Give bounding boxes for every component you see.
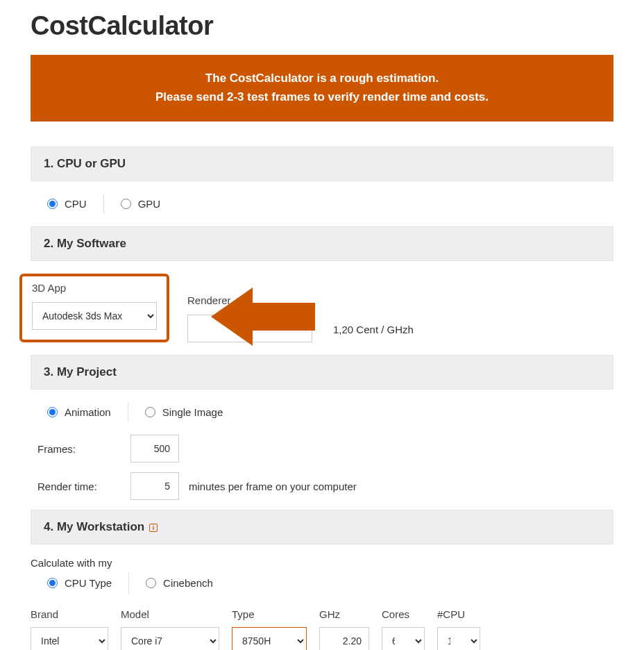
radio-cinebench-input[interactable] (146, 578, 156, 588)
radio-gpu[interactable]: GPU (121, 194, 161, 214)
ghz-label: GHz (319, 608, 369, 620)
section-3-header: 3. My Project (31, 355, 613, 390)
radio-gpu-input[interactable] (121, 199, 131, 209)
model-group: Model Core i7 (121, 608, 219, 650)
alert-line-2: Please send 2-3 test frames to verify re… (44, 88, 600, 106)
frames-input[interactable] (130, 435, 179, 462)
type-label: Type (232, 608, 307, 620)
radio-single[interactable]: Single Image (145, 402, 223, 422)
project-type-row: Animation Single Image (31, 402, 613, 435)
section-4-title: 4. My Workstation (44, 520, 144, 533)
radio-single-label: Single Image (162, 406, 223, 418)
section-2-header: 2. My Software (31, 226, 613, 261)
app-select[interactable]: Autodesk 3ds Max (32, 302, 157, 330)
ghz-input[interactable] (319, 627, 369, 650)
radio-cputype[interactable]: CPU Type (47, 573, 112, 593)
alert-banner: The CostCalculator is a rough estimation… (31, 55, 613, 122)
type-select[interactable]: 8750H (232, 627, 307, 650)
model-select[interactable]: Core i7 (121, 627, 219, 650)
section-4-header: 4. My Workstation i (31, 510, 613, 544)
radio-animation-label: Animation (65, 406, 111, 418)
app-highlight-box: 3D App Autodesk 3ds Max (19, 274, 169, 342)
model-label: Model (121, 608, 219, 620)
page-title: CostCalculator (31, 11, 613, 41)
brand-select[interactable]: Intel (31, 627, 108, 650)
workstation-row: Brand Intel Model Core i7 Type 8750H GHz… (31, 606, 613, 650)
radio-cpu[interactable]: CPU (47, 194, 87, 214)
cpu-gpu-row: CPU GPU (31, 194, 613, 226)
rendertime-row: Render time: minutes per frame on your c… (31, 472, 613, 510)
alert-line-1: The CostCalculator is a rough estimation… (44, 69, 600, 88)
ncpu-group: #CPU 1 (437, 608, 480, 650)
rendertime-suffix: minutes per frame on your computer (189, 481, 357, 492)
info-icon[interactable]: i (149, 524, 158, 532)
renderer-group: Renderer (187, 294, 312, 342)
section-1-header: 1. CPU or GPU (31, 147, 613, 181)
cores-label: Cores (382, 608, 425, 620)
ghz-group: GHz (319, 608, 369, 650)
frames-label: Frames: (37, 443, 121, 455)
software-row: 3D App Autodesk 3ds Max Renderer 1,20 Ce… (31, 274, 613, 355)
frames-row: Frames: (31, 435, 613, 472)
app-label: 3D App (32, 282, 157, 294)
divider (128, 402, 128, 422)
type-group: Type 8750H (232, 608, 307, 650)
radio-cinebench[interactable]: Cinebench (146, 573, 213, 593)
cores-select[interactable]: 6 (382, 627, 425, 650)
radio-gpu-label: GPU (138, 198, 161, 210)
divider (128, 573, 129, 593)
calc-method-row: CPU Type Cinebench (31, 573, 613, 606)
renderer-label: Renderer (187, 294, 312, 306)
calc-with-label: Calculate with my (31, 557, 613, 573)
radio-cpu-input[interactable] (47, 199, 58, 209)
rendertime-input[interactable] (130, 472, 179, 500)
radio-cputype-input[interactable] (47, 578, 58, 588)
ncpu-label: #CPU (437, 608, 480, 620)
radio-cpu-label: CPU (65, 198, 87, 210)
price-text: 1,20 Cent / GHzh (333, 324, 414, 342)
ncpu-select[interactable]: 1 (437, 627, 480, 650)
rendertime-label: Render time: (37, 481, 121, 492)
radio-animation-input[interactable] (47, 407, 58, 417)
cores-group: Cores 6 (382, 608, 425, 650)
radio-cputype-label: CPU Type (65, 577, 112, 589)
brand-group: Brand Intel (31, 608, 108, 650)
renderer-select[interactable] (187, 315, 312, 342)
radio-animation[interactable]: Animation (47, 402, 111, 422)
radio-single-input[interactable] (145, 407, 155, 417)
brand-label: Brand (31, 608, 108, 620)
radio-cinebench-label: Cinebench (163, 577, 213, 589)
divider (103, 194, 104, 214)
